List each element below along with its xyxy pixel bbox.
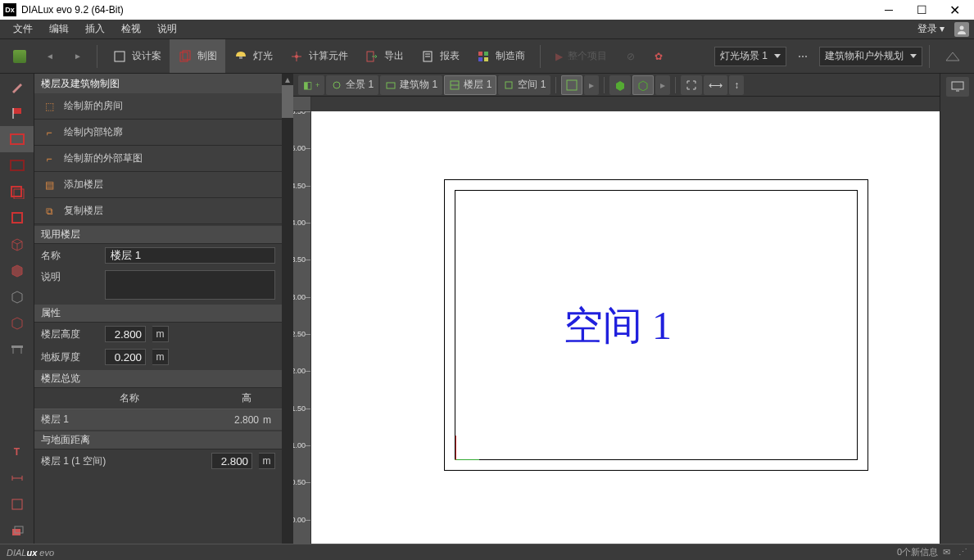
dimension-h-button[interactable]: ⟷ bbox=[704, 75, 727, 95]
desc-label: 说明 bbox=[41, 270, 98, 284]
messages-icon[interactable]: ✉ bbox=[943, 547, 950, 558]
menu-view[interactable]: 检视 bbox=[113, 22, 149, 36]
minimize-button[interactable]: ─ bbox=[872, 0, 905, 20]
close-button[interactable]: ✕ bbox=[938, 0, 971, 20]
messages-status[interactable]: 0个新信息 bbox=[897, 546, 938, 558]
svg-rect-1 bbox=[115, 52, 125, 61]
tab-label: 计算元件 bbox=[309, 49, 348, 63]
svg-rect-28 bbox=[12, 529, 20, 535]
svg-point-0 bbox=[960, 25, 964, 29]
tab-2[interactable]: 灯光 bbox=[225, 39, 281, 73]
disabled-icon-1: ⊘ bbox=[618, 39, 643, 73]
name-input[interactable] bbox=[105, 247, 275, 264]
tool-cube-3[interactable] bbox=[0, 283, 34, 309]
view-3d-wire[interactable] bbox=[632, 75, 654, 95]
fit-view-button[interactable] bbox=[681, 75, 702, 95]
tab-icon bbox=[112, 49, 127, 64]
tab-0[interactable]: 设计案 bbox=[104, 39, 170, 73]
tool-cube-1[interactable] bbox=[0, 231, 34, 257]
view-3d-nav[interactable]: ▸ bbox=[655, 75, 670, 95]
resize-grip-icon[interactable]: ⋰ bbox=[958, 547, 967, 558]
view-new-button[interactable]: ◧+ bbox=[298, 75, 324, 95]
tool-wall[interactable] bbox=[0, 178, 34, 205]
unit-label: m bbox=[152, 326, 169, 342]
tab-3[interactable]: 计算元件 bbox=[281, 39, 356, 73]
svg-rect-35 bbox=[567, 80, 577, 90]
sidebar-action-1[interactable]: ⌐绘制内部轮廓 bbox=[34, 120, 282, 146]
tool-table[interactable] bbox=[0, 336, 34, 362]
action-label: 添加楼层 bbox=[64, 178, 103, 192]
tool-pencil[interactable] bbox=[0, 74, 34, 100]
redo-button[interactable]: ► bbox=[66, 39, 90, 73]
svg-rect-12 bbox=[478, 52, 482, 56]
view-3d-solid[interactable] bbox=[609, 75, 631, 95]
action-label: 绘制新的外部草图 bbox=[64, 151, 143, 165]
tool-measure[interactable] bbox=[0, 465, 34, 491]
drawing-canvas[interactable]: 空间 1 bbox=[311, 111, 940, 544]
perspective-button[interactable] bbox=[936, 39, 969, 73]
tool-opening[interactable] bbox=[0, 205, 34, 231]
tab-4[interactable]: 导出 bbox=[356, 39, 412, 73]
ground-label: 楼层 1 (1 空间) bbox=[41, 454, 205, 468]
ground-distance-input[interactable] bbox=[211, 453, 252, 469]
tab-1[interactable]: 制图 bbox=[170, 39, 225, 73]
row-name: 楼层 1 bbox=[41, 413, 218, 427]
tool-flag[interactable] bbox=[0, 100, 34, 126]
app-icon: Dx bbox=[3, 3, 16, 16]
floor-height-input[interactable] bbox=[105, 326, 146, 342]
action-icon: ⌐ bbox=[43, 152, 56, 165]
light-scene-config[interactable]: ⋯ bbox=[790, 39, 816, 73]
light-scene-dropdown[interactable]: 灯光场景 1 bbox=[714, 47, 786, 66]
view-mode-2d[interactable] bbox=[561, 75, 582, 95]
tab-6[interactable]: 制造商 bbox=[468, 39, 533, 73]
settings-icon-button[interactable]: ✿ bbox=[646, 39, 671, 73]
sidebar-action-4[interactable]: ⧉复制楼层 bbox=[34, 198, 282, 224]
tool-cube-4[interactable] bbox=[0, 309, 34, 336]
menu-insert[interactable]: 插入 bbox=[77, 22, 113, 36]
floor-row[interactable]: 楼层 1 2.800 m bbox=[34, 409, 282, 430]
view-tab-2[interactable]: 楼层 1 bbox=[444, 75, 496, 95]
origin-x-axis bbox=[455, 459, 479, 460]
undo-button[interactable]: ◄ bbox=[38, 39, 62, 73]
action-icon: ⌐ bbox=[43, 126, 56, 139]
login-link[interactable]: 登录 ▾ bbox=[913, 22, 949, 36]
view-mode-nav[interactable]: ▸ bbox=[584, 75, 599, 95]
dimension-v-button[interactable]: ↕ bbox=[729, 75, 744, 95]
main-toolbar: ◄ ► 设计案制图灯光计算元件导出报表制造商 ▶整个项目 ⊘ ✿ 灯光场景 1 … bbox=[0, 39, 974, 74]
col-height: 高 bbox=[218, 391, 275, 405]
svg-rect-16 bbox=[13, 108, 21, 114]
menu-file[interactable]: 文件 bbox=[5, 22, 41, 36]
view-icon bbox=[385, 79, 396, 91]
unit-label: m bbox=[152, 349, 169, 365]
floor-thickness-input[interactable] bbox=[105, 349, 146, 365]
section-ground-distance: 与地面距离 bbox=[34, 431, 282, 449]
tab-icon bbox=[289, 49, 304, 64]
menu-edit[interactable]: 编辑 bbox=[41, 22, 77, 36]
view-tab-0[interactable]: 全景 1 bbox=[326, 75, 378, 95]
tool-cube-2[interactable] bbox=[0, 257, 34, 283]
svg-rect-21 bbox=[11, 345, 23, 348]
view-icon bbox=[503, 79, 514, 91]
desc-input[interactable] bbox=[105, 270, 275, 300]
tool-floor-plan[interactable] bbox=[0, 126, 34, 152]
view-tab-3[interactable]: 空间 1 bbox=[498, 75, 550, 95]
planning-mode-dropdown[interactable]: 建筑物和户外规划 bbox=[819, 47, 922, 66]
tool-layers[interactable] bbox=[0, 517, 34, 544]
svg-rect-4 bbox=[239, 56, 242, 59]
sidebar-action-0[interactable]: ⬚绘制新的房间 bbox=[34, 93, 282, 120]
tab-5[interactable]: 报表 bbox=[412, 39, 468, 73]
sidebar-action-2[interactable]: ⌐绘制新的外部草图 bbox=[34, 146, 282, 172]
user-avatar-icon[interactable] bbox=[954, 22, 969, 37]
svg-rect-20 bbox=[12, 213, 22, 223]
monitor-button[interactable] bbox=[946, 77, 969, 97]
maximize-button[interactable]: ☐ bbox=[905, 0, 938, 20]
tool-room[interactable] bbox=[0, 152, 34, 178]
menu-help[interactable]: 说明 bbox=[149, 22, 185, 36]
sidebar-scrollbar[interactable]: ▴ bbox=[282, 74, 293, 544]
sidebar-panel: 楼层及建筑物制图 ⬚绘制新的房间⌐绘制内部轮廓⌐绘制新的外部草图▤添加楼层⧉复制… bbox=[34, 74, 282, 544]
tool-help[interactable] bbox=[0, 491, 34, 517]
sidebar-action-3[interactable]: ▤添加楼层 bbox=[34, 172, 282, 198]
tool-text[interactable]: T bbox=[0, 439, 34, 465]
view-tab-1[interactable]: 建筑物 1 bbox=[380, 75, 442, 95]
save-button[interactable] bbox=[5, 39, 34, 73]
